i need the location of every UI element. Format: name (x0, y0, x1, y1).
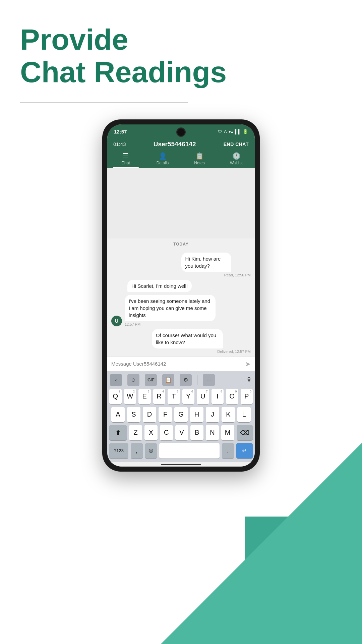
message-row: Hi Kim, how are you today? Read, 12:56 P… (111, 253, 251, 277)
key-y[interactable]: 6Y (182, 389, 195, 404)
bg-teal-triangle (161, 443, 362, 644)
message-text-4: Of course! What would you like to know? (152, 329, 223, 348)
phone-mockup: 12:57 🛡 A ▾▴ ▌▌ 🔋 01:43 User55446142 END… (102, 119, 260, 472)
message-input[interactable] (111, 361, 242, 367)
key-d[interactable]: D (143, 407, 156, 422)
keyboard-toolbar-left: ‹ ☺ GIF 📋 ⚙ ··· (110, 374, 215, 386)
message-meta-4: Delivered, 12:57 PM (152, 350, 251, 354)
key-n[interactable]: N (206, 425, 219, 440)
message-meta-3: 12:57 PM (125, 322, 251, 326)
key-m[interactable]: M (221, 425, 234, 440)
notes-tab-icon: 📋 (195, 152, 204, 160)
message-bubble-1: Hi Kim, how are you today? Read, 12:56 P… (181, 253, 251, 277)
tab-waitlist[interactable]: 🕐 Waitlist (218, 150, 255, 168)
message-meta-1: Read, 12:56 PM (181, 273, 251, 277)
key-emoji[interactable]: ☺ (145, 443, 157, 459)
message-input-bar: ➤ (107, 356, 255, 371)
chat-username: User55446142 (154, 141, 196, 148)
key-q[interactable]: 1Q (109, 389, 122, 404)
keyboard-emoji-button[interactable]: ☺ (127, 374, 139, 386)
send-icon[interactable]: ➤ (245, 360, 251, 368)
home-indicator (161, 464, 201, 465)
keyboard-row-3: ⬆ Z X C V B N M ⌫ (109, 425, 253, 440)
key-period[interactable]: . (222, 443, 234, 459)
tab-details-label: Details (157, 161, 169, 165)
status-icons: 🛡 A ▾▴ ▌▌ 🔋 (218, 129, 248, 134)
keyboard-back-button[interactable]: ‹ (110, 374, 122, 386)
keyboard-clipboard-button[interactable]: 📋 (162, 374, 174, 386)
key-enter[interactable]: ↵ (236, 443, 253, 459)
key-comma[interactable]: , (131, 443, 143, 459)
tab-waitlist-label: Waitlist (230, 161, 243, 165)
message-text-3: I've been seeing someone lately and I am… (125, 295, 216, 321)
section-divider (20, 102, 188, 103)
messages-container: Hi Kim, how are you today? Read, 12:56 P… (107, 250, 255, 356)
tab-details[interactable]: 👤 Details (144, 150, 181, 168)
tab-bar: ☰ Chat 👤 Details 📋 Notes 🕐 Waitlist (107, 148, 255, 168)
microphone-icon[interactable]: 🎙 (246, 376, 252, 383)
gif-label: GIF (147, 377, 154, 382)
keyboard-settings-button[interactable]: ⚙ (180, 374, 192, 386)
key-a[interactable]: A (111, 407, 125, 422)
key-k[interactable]: K (222, 407, 235, 422)
message-text-2: Hi Scarlet, I'm doing well! (127, 280, 192, 292)
key-f[interactable]: F (159, 407, 172, 422)
key-v[interactable]: V (175, 425, 188, 440)
app-header: 01:43 User55446142 END CHAT (107, 138, 255, 148)
key-c[interactable]: C (160, 425, 173, 440)
key-w[interactable]: 2W (124, 389, 136, 404)
key-g[interactable]: G (174, 407, 188, 422)
key-t[interactable]: 5T (168, 389, 180, 404)
key-backspace[interactable]: ⌫ (237, 425, 253, 440)
keyboard-row-1: 1Q 2W 3E 4R 5T 6Y 7U 8I 9O 0P (109, 389, 253, 404)
chat-timer: 01:43 (113, 141, 126, 147)
signal-icon: ▌▌ (235, 129, 241, 134)
key-s[interactable]: S (127, 407, 140, 422)
page-title: Provide Chat Readings (20, 23, 342, 89)
chat-date-divider: TODAY (107, 238, 255, 250)
key-symbols[interactable]: ?123 (109, 443, 128, 459)
key-p[interactable]: 0P (241, 389, 253, 404)
key-x[interactable]: X (144, 425, 158, 440)
keyboard-divider (197, 375, 197, 385)
chat-area: TODAY Hi Kim, how are you today? Read, 1… (107, 168, 255, 356)
title-line2: Chat Readings (20, 55, 227, 89)
keyboard-row-2: A S D F G H J K L (109, 407, 253, 422)
avatar: U (111, 316, 122, 326)
key-u[interactable]: 7U (197, 389, 209, 404)
key-z[interactable]: Z (129, 425, 142, 440)
battery-icon: 🔋 (243, 129, 248, 134)
message-row: Hi Scarlet, I'm doing well! (111, 280, 251, 292)
message-row: Of course! What would you like to know? … (111, 329, 251, 354)
key-space[interactable] (159, 443, 220, 459)
key-l[interactable]: L (237, 407, 251, 422)
keyboard-gif-button[interactable]: GIF (145, 374, 157, 386)
key-h[interactable]: H (190, 407, 203, 422)
tab-notes[interactable]: 📋 Notes (181, 150, 218, 168)
notification-icon: A (224, 129, 227, 134)
key-j[interactable]: J (206, 407, 219, 422)
message-bubble-3-container: I've been seeing someone lately and I am… (125, 295, 251, 326)
tab-chat-label: Chat (121, 161, 130, 165)
message-text-1: Hi Kim, how are you today? (181, 253, 231, 272)
chat-empty-space (107, 168, 255, 238)
keyboard-toolbar: ‹ ☺ GIF 📋 ⚙ ··· 🎙 (109, 374, 253, 386)
keyboard-more-button[interactable]: ··· (203, 374, 215, 386)
key-i[interactable]: 8I (212, 389, 224, 404)
key-e[interactable]: 3E (138, 389, 151, 404)
phone-container: 12:57 🛡 A ▾▴ ▌▌ 🔋 01:43 User55446142 END… (0, 119, 362, 472)
title-line1: Provide (20, 23, 128, 56)
key-r[interactable]: 4R (153, 389, 166, 404)
tab-chat[interactable]: ☰ Chat (107, 150, 144, 168)
shield-icon: 🛡 (218, 129, 222, 134)
end-chat-button[interactable]: END CHAT (224, 142, 249, 147)
message-bubble-4-container: Of course! What would you like to know? … (152, 329, 251, 354)
waitlist-tab-icon: 🕐 (232, 152, 241, 160)
key-shift[interactable]: ⬆ (109, 425, 127, 440)
keyboard: ‹ ☺ GIF 📋 ⚙ ··· 🎙 1Q 2W (107, 371, 255, 462)
key-o[interactable]: 9O (226, 389, 238, 404)
phone-bottom (107, 462, 255, 467)
key-b[interactable]: B (190, 425, 203, 440)
chat-tab-icon: ☰ (123, 152, 129, 160)
tab-notes-label: Notes (194, 161, 204, 165)
